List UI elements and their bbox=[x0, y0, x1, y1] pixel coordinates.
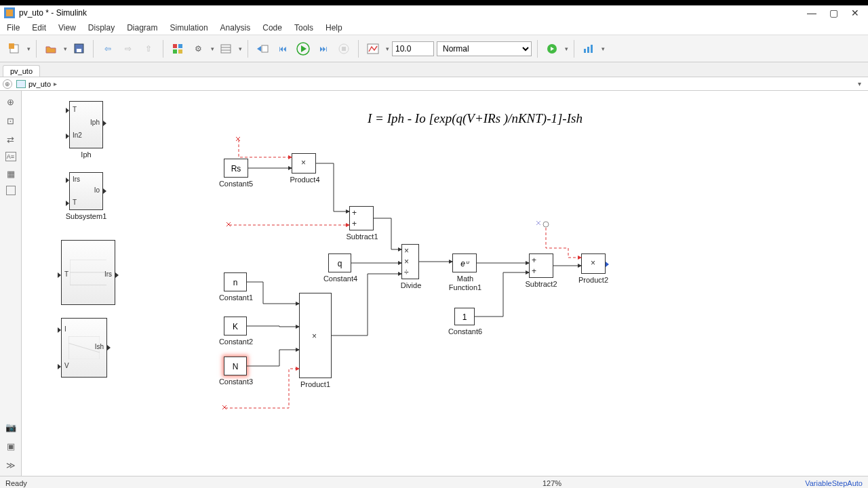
menu-file[interactable]: File bbox=[7, 23, 20, 33]
menu-bar: File Edit View Display Diagram Simulatio… bbox=[0, 20, 868, 35]
forward-button[interactable]: ⇨ bbox=[119, 40, 137, 58]
label-constant5: Constant5 bbox=[213, 180, 259, 188]
svg-rect-3 bbox=[77, 49, 81, 52]
new-dropdown-icon[interactable]: ▾ bbox=[27, 45, 31, 52]
block-constant5[interactable]: Rs bbox=[224, 159, 248, 178]
minimize-button[interactable]: — bbox=[807, 8, 816, 18]
build-dropdown-icon[interactable]: ▾ bbox=[601, 45, 605, 52]
hide-browser-icon[interactable]: ⊕ bbox=[3, 79, 12, 89]
block-product4[interactable]: × bbox=[292, 153, 316, 174]
status-bar: Ready 127% VariableStepAuto bbox=[0, 476, 868, 488]
label-constant2: Constant2 bbox=[213, 338, 259, 346]
label-divide: Divide bbox=[397, 281, 425, 289]
menu-edit[interactable]: Edit bbox=[32, 23, 46, 33]
label-subtract2: Subtract2 bbox=[521, 280, 561, 288]
menu-simulation[interactable]: Simulation bbox=[170, 23, 208, 33]
update-diagram-button[interactable] bbox=[254, 40, 271, 58]
fit-icon[interactable]: ⊡ bbox=[4, 114, 18, 127]
block-subtract1[interactable]: + + bbox=[349, 206, 374, 230]
up-button[interactable]: ⇧ bbox=[140, 40, 157, 58]
config-dropdown-icon[interactable]: ▾ bbox=[211, 45, 214, 52]
zoom-icon[interactable]: ⊕ bbox=[4, 95, 18, 108]
block-subsystem1[interactable]: Irs T Io bbox=[69, 172, 103, 210]
block-ish-subsystem[interactable]: I V Ish bbox=[61, 318, 107, 378]
svg-rect-14 bbox=[342, 47, 346, 51]
svg-rect-4 bbox=[173, 44, 177, 48]
block-iph[interactable]: T In2 Iph bbox=[69, 101, 103, 148]
svg-rect-18 bbox=[587, 47, 589, 53]
restart-dropdown-icon[interactable]: ▾ bbox=[565, 45, 568, 52]
menu-help[interactable]: Help bbox=[326, 23, 342, 33]
simulation-mode-select[interactable]: Normal bbox=[437, 41, 532, 56]
menu-display[interactable]: Display bbox=[88, 23, 115, 33]
step-forward-button[interactable]: ⏭ bbox=[315, 40, 332, 58]
status-solver[interactable]: VariableStepAuto bbox=[805, 479, 863, 487]
library-browser-button[interactable] bbox=[169, 40, 186, 58]
block-product1[interactable]: × bbox=[299, 293, 332, 378]
image-icon[interactable]: ▦ bbox=[4, 167, 18, 180]
svg-rect-17 bbox=[584, 49, 586, 53]
breadcrumb[interactable]: pv_uto ▸ bbox=[16, 80, 57, 88]
record-icon[interactable]: ▣ bbox=[4, 439, 18, 453]
window-title: pv_uto * - Simulink bbox=[19, 8, 87, 18]
block-mathfunction1[interactable]: eᵘ bbox=[452, 253, 477, 272]
model-config-button[interactable]: ⚙ bbox=[189, 40, 207, 58]
label-product1: Product1 bbox=[296, 380, 334, 388]
signal-output-button[interactable] bbox=[364, 40, 382, 58]
block-constant3[interactable]: N bbox=[224, 357, 247, 375]
fast-restart-button[interactable] bbox=[543, 40, 561, 58]
label-subsystem1: Subsystem1 bbox=[59, 212, 113, 220]
model-tab-bar: pv_uto bbox=[0, 62, 868, 77]
area-icon[interactable] bbox=[6, 186, 16, 195]
label-subtract1: Subtract1 bbox=[342, 232, 382, 241]
menu-analysis[interactable]: Analysis bbox=[220, 23, 251, 33]
block-subtract2[interactable]: + + bbox=[529, 253, 553, 278]
block-constant6[interactable]: 1 bbox=[454, 308, 475, 325]
svg-rect-7 bbox=[178, 49, 182, 54]
back-button[interactable]: ⇦ bbox=[99, 40, 117, 58]
signal-dropdown-icon[interactable]: ▾ bbox=[386, 45, 389, 52]
block-constant1[interactable]: n bbox=[224, 272, 247, 291]
screenshot-icon[interactable]: 📷 bbox=[4, 420, 18, 434]
log-signals-button[interactable] bbox=[217, 40, 235, 58]
explorer-dropdown-icon[interactable]: ▾ bbox=[858, 80, 865, 87]
label-constant1: Constant1 bbox=[213, 293, 259, 302]
menu-tools[interactable]: Tools bbox=[294, 23, 313, 33]
close-button[interactable]: ✕ bbox=[850, 8, 860, 18]
run-button[interactable] bbox=[294, 40, 312, 58]
menu-code[interactable]: Code bbox=[262, 23, 282, 33]
open-button[interactable] bbox=[42, 40, 60, 58]
block-irs-subsystem[interactable]: T Irs bbox=[61, 240, 115, 305]
label-constant4: Constant4 bbox=[320, 274, 361, 283]
step-back-button[interactable]: ⏮ bbox=[274, 40, 292, 58]
build-button[interactable] bbox=[580, 40, 597, 58]
block-constant4[interactable]: q bbox=[328, 253, 351, 272]
status-ready: Ready bbox=[5, 479, 27, 487]
label-constant6: Constant6 bbox=[442, 327, 488, 336]
svg-rect-6 bbox=[173, 49, 177, 54]
expand-icon[interactable]: ≫ bbox=[4, 458, 18, 472]
explorer-bar: ⊕ pv_uto ▸ ▾ bbox=[0, 77, 868, 91]
block-constant2[interactable]: K bbox=[224, 317, 247, 336]
tab-model[interactable]: pv_uto bbox=[3, 65, 40, 77]
svg-rect-19 bbox=[591, 45, 593, 53]
svg-rect-11 bbox=[262, 45, 268, 52]
maximize-button[interactable]: ▢ bbox=[829, 8, 838, 18]
menu-view[interactable]: View bbox=[58, 23, 76, 33]
open-dropdown-icon[interactable]: ▾ bbox=[64, 45, 67, 52]
block-divide[interactable]: × × ÷ bbox=[401, 244, 419, 279]
stop-button[interactable] bbox=[335, 40, 353, 58]
arrows-icon[interactable]: ⇄ bbox=[4, 133, 18, 146]
canvas[interactable]: I = Iph - Io [exp(q(V+IRs )/nKNT)-1]-Ish… bbox=[22, 91, 868, 476]
menu-diagram[interactable]: Diagram bbox=[127, 23, 157, 33]
log-dropdown-icon[interactable]: ▾ bbox=[239, 45, 242, 52]
stop-time-input[interactable] bbox=[392, 41, 434, 56]
new-model-button[interactable] bbox=[5, 40, 23, 58]
save-button[interactable] bbox=[70, 40, 87, 58]
palette: ⊕ ⊡ ⇄ A≡ ▦ 📷 ▣ ≫ bbox=[0, 91, 22, 476]
svg-rect-5 bbox=[178, 44, 182, 48]
block-product2[interactable]: × bbox=[581, 253, 606, 274]
annotation-icon[interactable]: A≡ bbox=[5, 152, 16, 161]
breadcrumb-model[interactable]: pv_uto bbox=[28, 80, 51, 88]
label-product4: Product4 bbox=[286, 176, 323, 184]
